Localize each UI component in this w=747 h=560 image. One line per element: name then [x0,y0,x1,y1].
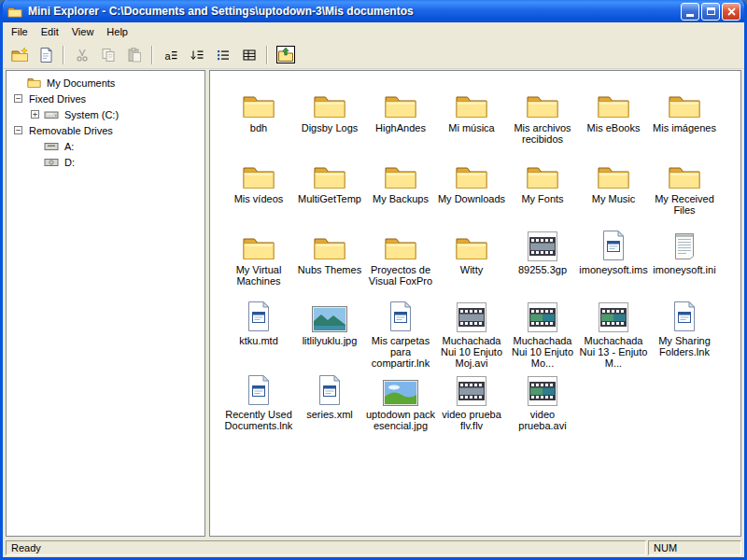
tree-item[interactable]: −Fixed Drives [8,91,204,106]
maximize-button[interactable] [701,3,720,21]
tree-item[interactable]: −Removable Drives [8,122,204,138]
file-item[interactable]: Muchachada Nui 10 Enjuto Mo... [507,295,578,369]
toolbar-separator [151,46,153,64]
copy-button[interactable] [95,43,120,66]
photo-thumbnail-icon [383,369,418,406]
file-list-panel: bdh Digsby Logs HighAndes Mi música Mis … [209,70,741,537]
file-item[interactable]: HighAndes [365,82,436,153]
file-item[interactable]: My Virtual Machines [223,224,294,295]
tree-item[interactable]: D: [8,154,204,170]
menu-file[interactable]: File [5,24,35,39]
toolbar: a [3,41,744,69]
document-icon [670,295,698,332]
file-item[interactable]: My Backups [365,153,436,224]
new-file-button[interactable] [33,43,58,66]
tree-item[interactable]: My Documents [8,75,204,91]
file-label: HighAndes [375,122,426,133]
file-label: bdh [250,122,267,133]
tree-item-label: Removable Drives [27,124,115,137]
folder-icon [27,77,41,89]
collapse-expander-icon[interactable]: − [14,126,22,134]
file-item[interactable]: Digsby Logs [294,82,365,153]
cd-drive-icon [44,157,59,168]
document-icon [387,295,415,332]
folder-icon [384,224,417,261]
view-details-button[interactable] [236,43,261,66]
film-icon [457,369,486,406]
film-icon [528,224,557,261]
view-large-icons-button[interactable]: a [158,43,183,66]
film-icon [457,295,486,332]
close-button[interactable] [722,3,740,21]
menu-view[interactable]: View [65,24,101,39]
file-item[interactable]: ktku.mtd [223,295,294,369]
file-item[interactable]: imoneysoft.ini [649,224,720,295]
file-item[interactable]: My Received Files [649,153,720,224]
file-item[interactable]: Proyectos de Visual FoxPro [365,224,436,295]
file-item[interactable]: Nubs Themes [294,224,365,295]
file-item[interactable]: video prueba.avi [507,369,578,440]
titlebar[interactable]: Mini Explorer - C:\Documents and Setting… [3,0,744,22]
file-item[interactable]: MultiGetTemp [294,153,365,224]
paste-button[interactable] [121,43,147,66]
file-label: Muchachada Nui 10 Enjuto Moj.avi [436,335,507,369]
folder-icon [526,153,559,190]
film-icon [528,295,557,332]
menu-edit[interactable]: Edit [35,24,65,39]
film-icon [599,295,628,332]
file-item[interactable]: Mis imágenes [649,82,720,153]
cut-button[interactable] [69,43,94,66]
file-label: Mis carpetas para compartir.lnk [365,335,436,369]
file-item[interactable]: bdh [223,82,294,153]
file-item[interactable]: Mis vídeos [223,153,294,224]
folder-icon [526,82,559,119]
file-label: My Backups [373,193,429,204]
toolbar-separator [63,46,64,64]
file-item[interactable]: Recently Used Documents.lnk [223,369,294,440]
file-item[interactable]: video prueba flv.flv [436,369,507,440]
folder-icon [242,82,275,119]
file-item[interactable]: Mis archivos recibidos [507,82,578,153]
toolbar-separator [266,46,268,64]
document-icon [316,369,344,406]
file-item[interactable]: My Downloads [436,153,507,224]
file-item[interactable]: Muchachada Nui 10 Enjuto Moj.avi [436,295,507,369]
file-item[interactable]: Witty [436,224,507,295]
file-label: 89255.3gp [518,264,567,275]
file-item[interactable]: series.xml [294,369,365,440]
file-item[interactable]: Mi música [436,82,507,153]
copy-icon [101,48,116,63]
file-item[interactable]: My Fonts [507,153,578,224]
file-item[interactable]: uptodown pack esencial.jpg [365,369,436,440]
new-folder-button[interactable] [7,43,32,66]
file-item[interactable]: Mis eBooks [578,82,649,153]
up-level-button[interactable] [273,43,298,66]
tree-item[interactable]: + System (C:) [8,106,204,122]
hard-drive-icon [44,109,59,120]
collapse-expander-icon[interactable]: − [14,94,22,103]
file-item[interactable]: litlilyuklu.jpg [294,295,365,369]
file-item[interactable]: My Sharing Folders.lnk [649,295,720,369]
film-icon [528,369,557,406]
minimize-button[interactable] [681,3,699,21]
file-item[interactable]: Mis carpetas para compartir.lnk [365,295,436,369]
folder-icon [313,82,346,119]
view-large-icons-icon: a [163,48,178,63]
file-label: ktku.mtd [239,335,278,346]
file-item[interactable]: My Music [578,153,649,224]
menubar: FileEditViewHelp [3,22,744,41]
folder-icon [597,153,630,190]
tree-item-label: My Documents [45,77,117,90]
file-label: Recently Used Documents.lnk [223,409,294,431]
file-label: Mis archivos recibidos [507,122,578,145]
expand-expander-icon[interactable]: + [31,110,39,119]
view-small-icons-button[interactable] [184,43,209,66]
tree-item[interactable]: A: [8,138,204,154]
file-item[interactable]: 89255.3gp [507,224,578,295]
view-list-button[interactable] [210,43,235,66]
file-item[interactable]: Muchachada Nui 13 - Enjuto M... [578,295,649,369]
file-label: My Sharing Folders.lnk [649,335,720,357]
file-label: Mis eBooks [587,122,641,133]
menu-help[interactable]: Help [100,24,134,39]
file-item[interactable]: imoneysoft.ims [578,224,649,295]
